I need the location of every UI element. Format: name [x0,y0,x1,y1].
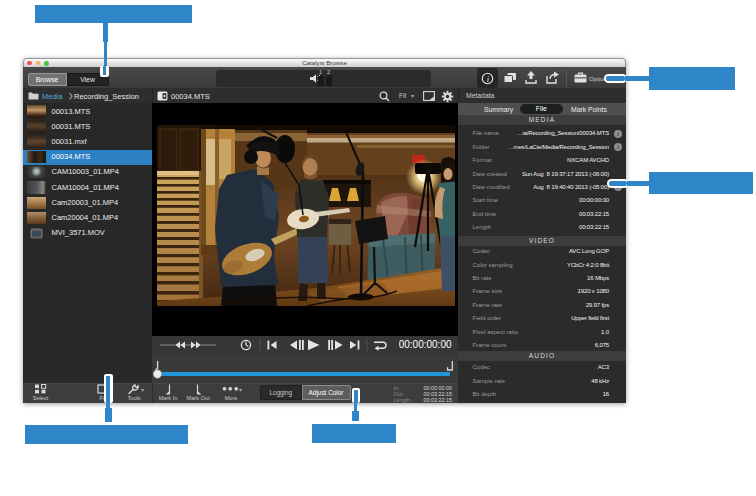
svg-text:i: i [487,73,490,83]
